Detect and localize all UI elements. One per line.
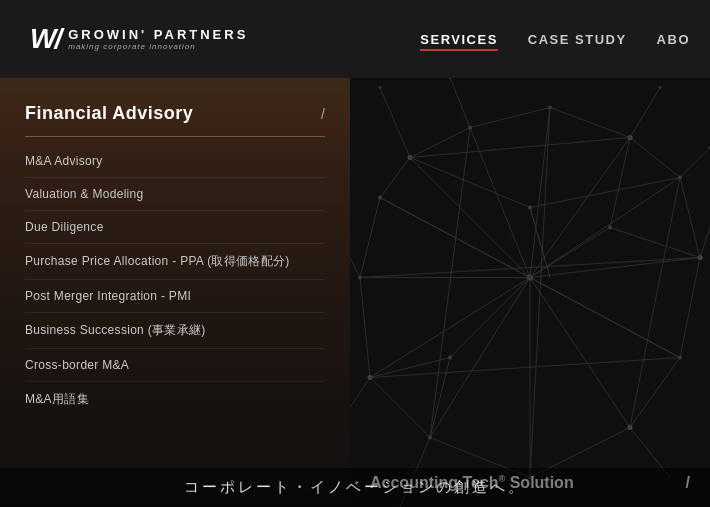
left-panel: Financial Advisory / M&A AdvisoryValuati… xyxy=(0,78,350,507)
bottom-tagline: コーポレート・イノベーションの創造へ。 xyxy=(184,478,526,495)
main-nav: SERVICES CASE STUDY ABO xyxy=(420,32,690,47)
menu-item[interactable]: Post Merger Integration - PMI xyxy=(25,280,325,313)
main-content: Financial Advisory / M&A AdvisoryValuati… xyxy=(0,78,710,507)
section-title: Financial Advisory xyxy=(25,103,193,124)
nav-item-services[interactable]: SERVICES xyxy=(420,32,498,47)
bottom-bar: コーポレート・イノベーションの創造へ。 xyxy=(0,468,710,507)
logo-tagline: making corporate innovation xyxy=(68,42,248,51)
logo: W/ GROWIN' PARTNERS making corporate inn… xyxy=(30,23,248,55)
logo-text: GROWIN' PARTNERS making corporate innova… xyxy=(68,27,248,51)
divider xyxy=(25,136,325,137)
header: W/ GROWIN' PARTNERS making corporate inn… xyxy=(0,0,710,78)
menu-item[interactable]: Cross-border M&A xyxy=(25,349,325,382)
network-overlay xyxy=(350,78,710,507)
menu-item[interactable]: Valuation & Modeling xyxy=(25,178,325,211)
nav-item-case-study[interactable]: CASE STUDY xyxy=(528,32,627,47)
menu-item[interactable]: M&A用語集 xyxy=(25,382,325,417)
logo-name: GROWIN' PARTNERS xyxy=(68,27,248,42)
menu-item[interactable]: M&A Advisory xyxy=(25,145,325,178)
menu-items: M&A AdvisoryValuation & ModelingDue Dili… xyxy=(25,145,325,417)
section-title-row: Financial Advisory / xyxy=(25,103,325,124)
left-panel-content: Financial Advisory / M&A AdvisoryValuati… xyxy=(25,103,325,487)
menu-item[interactable]: Business Succession (事業承継) xyxy=(25,313,325,349)
menu-item[interactable]: Purchase Price Allocation - PPA (取得価格配分) xyxy=(25,244,325,280)
right-panel: Accounting Tech® Solution / xyxy=(350,78,710,507)
logo-w-icon: W/ xyxy=(30,23,60,55)
section-chevron-icon: / xyxy=(321,106,325,122)
nav-item-about[interactable]: ABO xyxy=(657,32,690,47)
menu-item[interactable]: Due Diligence xyxy=(25,211,325,244)
